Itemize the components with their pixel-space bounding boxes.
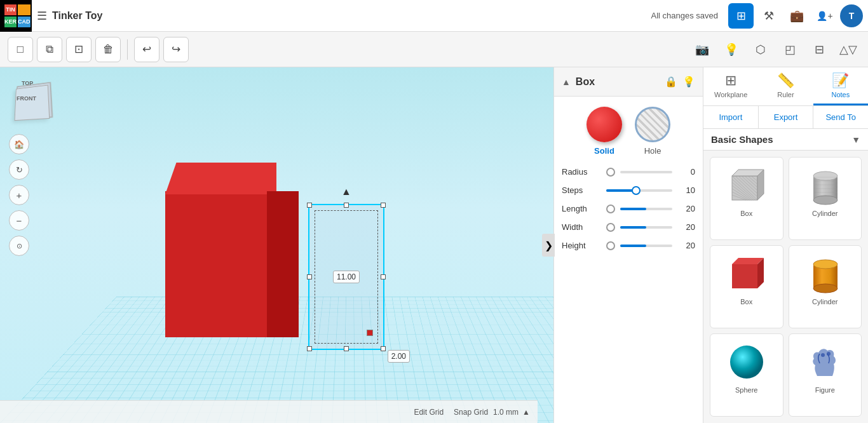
handle-top-mid[interactable] bbox=[344, 203, 349, 208]
notes-icon: 📝 bbox=[832, 72, 849, 89]
width-thumb[interactable] bbox=[606, 223, 615, 232]
build-button[interactable]: ⚒ bbox=[756, 3, 782, 29]
solid-option[interactable]: Solid bbox=[587, 107, 622, 156]
toolbar: □ ⧉ ⊡ 🗑 ↩ ↪ 📷 💡 ⬡ ◰ ⊟ △▽ bbox=[0, 32, 868, 67]
zoom-in-button[interactable]: + bbox=[9, 185, 29, 205]
width-track[interactable] bbox=[620, 226, 672, 229]
logo-cad: CAD bbox=[18, 17, 31, 27]
solid-label: Solid bbox=[594, 146, 614, 156]
shape-label-cyl-orange: Cylinder bbox=[812, 298, 837, 306]
ruler-icon: 📏 bbox=[777, 72, 794, 89]
align-button[interactable]: ⊟ bbox=[807, 37, 831, 62]
topbar-right: ⊞ ⚒ 💼 👤+ T bbox=[728, 3, 863, 29]
type-toggle: Solid Hole bbox=[562, 107, 695, 156]
hamburger-icon[interactable]: ☰ bbox=[37, 9, 47, 23]
zoom-out-button[interactable]: − bbox=[9, 210, 29, 231]
hole-option[interactable]: Hole bbox=[635, 107, 670, 156]
shape-item-box-grey[interactable]: Box bbox=[710, 157, 783, 240]
add-user-button[interactable]: 👤+ bbox=[812, 3, 837, 29]
shape-img-box-red bbox=[724, 251, 769, 295]
handle-top-left[interactable] bbox=[307, 203, 312, 208]
shape-item-box-red[interactable]: Box bbox=[710, 245, 783, 328]
view-cube-top-label: TOP bbox=[22, 80, 33, 86]
svg-point-30 bbox=[813, 260, 837, 269]
shape-label-figure: Figure bbox=[815, 386, 835, 394]
length-value: 20 bbox=[677, 204, 695, 213]
user-avatar[interactable]: T bbox=[840, 4, 863, 27]
right-panel: ⊞ Workplane 📏 Ruler 📝 Notes Import Expor… bbox=[703, 67, 868, 423]
height-thumb[interactable] bbox=[606, 241, 615, 250]
figure-svg bbox=[804, 341, 846, 382]
handle-bottom-right[interactable] bbox=[381, 346, 386, 351]
shape-item-cyl-orange[interactable]: Cylinder bbox=[789, 245, 862, 328]
redo-button[interactable]: ↪ bbox=[163, 37, 189, 62]
export-button[interactable]: Export bbox=[759, 106, 814, 128]
home-button[interactable]: 🏠 bbox=[9, 134, 29, 154]
props-collapse-button[interactable]: ▲ bbox=[562, 77, 571, 87]
group-button[interactable]: ◰ bbox=[778, 37, 802, 62]
view-cube[interactable]: TOP FRONT bbox=[9, 75, 63, 129]
view-cube-front-label: FRONT bbox=[17, 95, 36, 102]
orientation-button[interactable]: ⊙ bbox=[9, 236, 29, 256]
shape-item-figure[interactable]: Figure bbox=[789, 333, 862, 417]
handle-right-mid[interactable] bbox=[381, 274, 386, 279]
shape-menu-button[interactable]: ⬡ bbox=[749, 37, 773, 62]
props-bulb-icon[interactable]: 💡 bbox=[682, 76, 695, 88]
shape-label-cyl-grey: Cylinder bbox=[812, 210, 837, 217]
light-icon: 💡 bbox=[724, 43, 738, 57]
handle-bottom-mid[interactable] bbox=[344, 346, 349, 351]
app-logo[interactable]: TIN KER CAD bbox=[0, 0, 32, 32]
handle-top-right[interactable] bbox=[381, 203, 386, 208]
radius-thumb[interactable] bbox=[606, 168, 615, 177]
steps-track[interactable] bbox=[606, 189, 672, 192]
radius-track[interactable] bbox=[620, 171, 672, 173]
props-lock-icon[interactable]: 🔒 bbox=[665, 76, 677, 88]
shape-item-sphere-teal[interactable]: Sphere bbox=[710, 333, 783, 417]
steps-row: Steps 10 bbox=[562, 185, 695, 195]
new-shape-button[interactable]: □ bbox=[8, 37, 33, 62]
shapes-dropdown[interactable]: Basic Shapes ▼ bbox=[703, 129, 868, 151]
tab-notes[interactable]: 📝 Notes bbox=[813, 67, 868, 105]
shapes-category-label: Basic Shapes bbox=[711, 134, 851, 145]
handle-bottom-left[interactable] bbox=[307, 346, 312, 351]
properties-panel: ▲ Box 🔒 💡 Solid Hole bbox=[553, 67, 703, 423]
red-cube-object bbox=[153, 169, 283, 337]
camera-button[interactable]: 📷 bbox=[690, 37, 714, 62]
handle-left-mid[interactable] bbox=[307, 274, 312, 279]
snap-grid-control[interactable]: Snap Grid 1.0 mm ▲ bbox=[454, 408, 530, 417]
delete-button[interactable]: 🗑 bbox=[95, 37, 121, 62]
height-track[interactable] bbox=[620, 245, 672, 247]
logo-tin: TIN bbox=[4, 4, 17, 15]
duplicate-button[interactable]: ⊡ bbox=[66, 37, 92, 62]
length-track[interactable] bbox=[620, 208, 672, 210]
snap-grid-arrow: ▲ bbox=[522, 408, 530, 417]
rotate-button[interactable]: ↻ bbox=[9, 159, 29, 180]
radius-value: 0 bbox=[677, 167, 695, 177]
shape-label-box-grey: Box bbox=[740, 210, 752, 217]
save-status: All changes saved bbox=[651, 11, 718, 20]
shape-item-cyl-grey[interactable]: Cylinder bbox=[789, 157, 862, 240]
panel-toggle[interactable]: ❯ bbox=[542, 234, 555, 257]
tab-workplane[interactable]: ⊞ Workplane bbox=[703, 67, 758, 105]
flip-button[interactable]: △▽ bbox=[836, 37, 860, 62]
main-area: TOP FRONT 🏠 ↻ + − ⊙ bbox=[0, 67, 868, 423]
light-button[interactable]: 💡 bbox=[719, 37, 743, 62]
small-marker bbox=[367, 330, 373, 336]
undo-button[interactable]: ↩ bbox=[134, 37, 159, 62]
import-button[interactable]: Import bbox=[703, 106, 759, 128]
redo-icon: ↪ bbox=[172, 43, 180, 56]
briefcase-button[interactable]: 💼 bbox=[784, 3, 810, 29]
group-icon: ◰ bbox=[785, 43, 796, 57]
send-to-button[interactable]: Send To bbox=[813, 106, 868, 128]
length-thumb[interactable] bbox=[606, 205, 615, 213]
red-cube-side bbox=[267, 191, 299, 337]
copy-button[interactable]: ⧉ bbox=[37, 37, 62, 62]
edit-grid-label[interactable]: Edit Grid bbox=[414, 408, 444, 417]
viewport[interactable]: TOP FRONT 🏠 ↻ + − ⊙ bbox=[0, 67, 703, 423]
delete-icon: 🗑 bbox=[103, 43, 114, 56]
selected-box-object[interactable]: ▲ 11.00 2.00 bbox=[308, 204, 384, 350]
tab-ruler[interactable]: 📏 Ruler bbox=[758, 67, 813, 105]
steps-thumb[interactable] bbox=[632, 186, 641, 195]
props-body: Solid Hole Radius 0 bbox=[554, 97, 703, 423]
grid-view-button[interactable]: ⊞ bbox=[728, 3, 754, 29]
